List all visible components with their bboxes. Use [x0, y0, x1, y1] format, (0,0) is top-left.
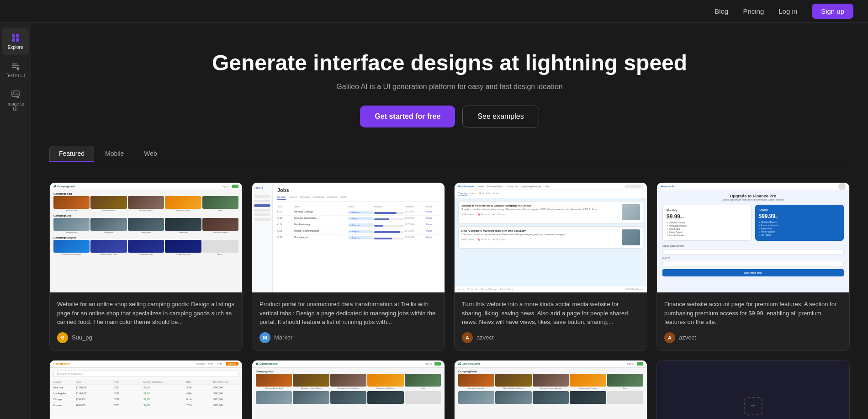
text-to-ui-icon	[11, 61, 21, 71]
card-trellis-preview: Trellis Jobs Running Qu	[252, 183, 445, 292]
sidebar-item-text-to-ui[interactable]: Text to UI	[2, 57, 29, 83]
author-avatar-azvect: A	[462, 332, 473, 343]
blog-link[interactable]: Blog	[715, 7, 728, 15]
hero-subtitle: Galileo AI is a UI generation platform f…	[40, 83, 859, 91]
tabs-bar: Featured Mobile Web	[49, 146, 850, 162]
card-finance-description: Finance website account page for premium…	[664, 300, 842, 327]
author-name-azvect: azvect	[476, 334, 494, 341]
tab-web[interactable]: Web	[135, 146, 166, 162]
image-to-ui-icon	[11, 90, 21, 100]
card-camping-3[interactable]: 🏕 CampingLand Sign In CampingFood	[454, 360, 647, 419]
card-camping-2[interactable]: 🏕 CampingLand Sign In CampingFood	[252, 360, 445, 419]
card-placeholder-preview: +	[657, 361, 849, 419]
image-to-ui-label: Image to UI	[5, 101, 26, 112]
card-camping-author: S Suu_pg	[57, 332, 235, 343]
card-camping-shop[interactable]: 🏕 CampingLand Sign In CampingFood	[49, 182, 243, 351]
explore-icon	[11, 33, 21, 43]
sidebar: Explore Text to UI Image to UI	[0, 23, 31, 419]
author-name-suu: Suu_pg	[72, 334, 92, 341]
get-started-button[interactable]: Get started for free	[360, 106, 455, 127]
pricing-link[interactable]: Pricing	[743, 7, 764, 15]
hero-buttons: Get started for free See examples	[40, 106, 859, 127]
hero-title: Generate interface designs at lightning …	[40, 50, 859, 75]
card-camping-info: Website for an online shop selling campi…	[50, 292, 242, 350]
text-to-ui-label: Text to UI	[5, 73, 25, 79]
svg-point-8	[13, 92, 14, 94]
hero-section: Generate interface designs at lightning …	[31, 23, 868, 146]
svg-rect-2	[12, 38, 15, 42]
card-camping2-preview: 🏕 CampingLand Sign In CampingFood	[252, 361, 445, 419]
card-camping3-preview: 🏕 CampingLand Sign In CampingFood	[455, 361, 647, 419]
signup-button[interactable]: Sign up	[812, 4, 853, 19]
card-placeholder[interactable]: +	[656, 360, 850, 419]
card-homeleaster-preview: Homeleaster Location Price Type Sign Up …	[50, 361, 242, 419]
card-homeleaster[interactable]: Homeleaster Location Price Type Sign Up …	[49, 360, 243, 419]
author-avatar-azvect2: A	[664, 332, 675, 343]
svg-rect-6	[12, 67, 16, 68]
author-avatar-suu: S	[57, 332, 68, 343]
card-bio-author: A azvect	[462, 332, 640, 343]
author-name-marker: Marker	[274, 334, 292, 341]
see-examples-button[interactable]: See examples	[462, 106, 539, 127]
card-camping-description: Website for an online shop selling campi…	[57, 300, 235, 327]
card-finance-author: A azvect	[664, 332, 842, 343]
tab-featured[interactable]: Featured	[49, 146, 94, 162]
nav-links: Blog Pricing Log in Sign up	[715, 4, 853, 19]
tabs-section: Featured Mobile Web	[31, 146, 868, 171]
login-button[interactable]: Log in	[778, 7, 797, 15]
tab-mobile[interactable]: Mobile	[96, 146, 133, 162]
explore-label: Explore	[8, 45, 23, 50]
card-bio-finance[interactable]: Bio-Finance Home Financial News Contact …	[454, 182, 647, 351]
card-trellis-info: Product portal for unstructured data tra…	[252, 292, 445, 350]
card-camping-preview: 🏕 CampingLand Sign In CampingFood	[50, 183, 242, 292]
svg-rect-0	[12, 34, 15, 37]
svg-rect-5	[12, 65, 19, 66]
card-trellis-description: Product portal for unstructured data tra…	[259, 300, 437, 327]
svg-rect-4	[12, 64, 17, 64]
main-content: Generate interface designs at lightning …	[31, 0, 868, 419]
card-trellis-author: M Marker	[259, 332, 437, 343]
card-bio-preview: Bio-Finance Home Financial News Contact …	[455, 183, 647, 292]
svg-rect-3	[16, 38, 19, 42]
author-name-azvect2: azvect	[679, 334, 696, 341]
card-finance-pro[interactable]: Finance Pro Upgrade to Finance Pro Unloc…	[656, 182, 850, 351]
card-bio-description: Turn this website into a more kinda soci…	[462, 300, 640, 327]
card-finance-preview: Finance Pro Upgrade to Finance Pro Unloc…	[657, 183, 849, 292]
card-trellis-jobs[interactable]: Trellis Jobs Running Qu	[252, 182, 445, 351]
cards-grid: 🏕 CampingLand Sign In CampingFood	[31, 171, 868, 419]
sidebar-item-image-to-ui[interactable]: Image to UI	[2, 85, 29, 117]
navbar: Blog Pricing Log in Sign up	[0, 0, 868, 23]
author-avatar-marker: M	[259, 332, 270, 343]
card-bio-info: Turn this website into a more kinda soci…	[455, 292, 647, 350]
card-finance-info: Finance website account page for premium…	[657, 292, 849, 350]
svg-rect-1	[16, 34, 19, 37]
sidebar-item-explore[interactable]: Explore	[2, 28, 29, 55]
